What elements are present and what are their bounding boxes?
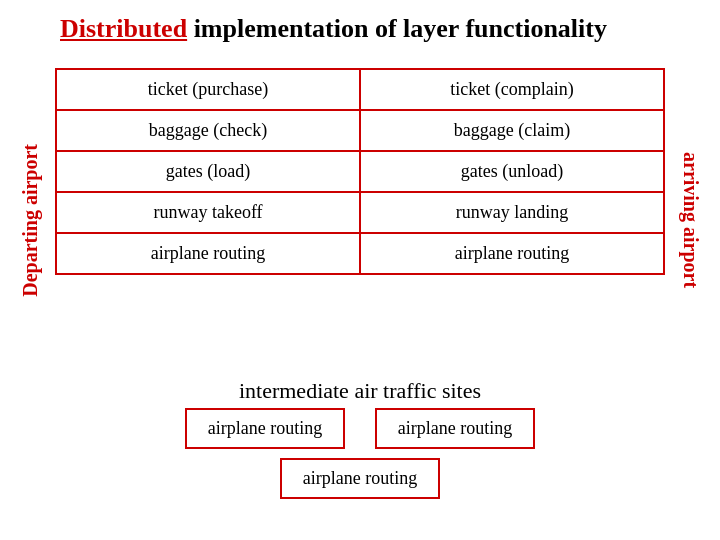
- intermediate-bottom-cell: airplane routing: [280, 458, 440, 499]
- page-title: Distributed implementation of layer func…: [60, 14, 607, 44]
- table-row: gates (load) gates (unload): [57, 152, 663, 193]
- airplane-routing-left-cell: airplane routing: [57, 234, 361, 273]
- table-row: runway takeoff runway landing: [57, 193, 663, 234]
- runway-takeoff-cell: runway takeoff: [57, 193, 361, 232]
- departing-airport-label: Departing airport: [10, 80, 50, 360]
- ticket-complain-cell: ticket (complain): [361, 70, 663, 109]
- intermediate-row2: airplane routing: [0, 458, 720, 499]
- gates-unload-cell: gates (unload): [361, 152, 663, 191]
- main-grid: ticket (purchase) ticket (complain) bagg…: [55, 68, 665, 275]
- table-row: baggage (check) baggage (claim): [57, 111, 663, 152]
- table-row: airplane routing airplane routing: [57, 234, 663, 273]
- arriving-airport-label: arriving airport: [670, 80, 710, 360]
- intermediate-row1: airplane routing airplane routing: [0, 408, 720, 449]
- runway-landing-cell: runway landing: [361, 193, 663, 232]
- baggage-check-cell: baggage (check): [57, 111, 361, 150]
- intermediate-title: intermediate air traffic sites: [0, 378, 720, 404]
- baggage-claim-cell: baggage (claim): [361, 111, 663, 150]
- intermediate-left-cell: airplane routing: [185, 408, 345, 449]
- table-row: ticket (purchase) ticket (complain): [57, 70, 663, 111]
- ticket-purchase-cell: ticket (purchase): [57, 70, 361, 109]
- gates-load-cell: gates (load): [57, 152, 361, 191]
- title-rest: implementation of layer functionality: [187, 14, 607, 43]
- title-distributed: Distributed: [60, 14, 187, 43]
- airplane-routing-right-cell: airplane routing: [361, 234, 663, 273]
- intermediate-right-cell: airplane routing: [375, 408, 535, 449]
